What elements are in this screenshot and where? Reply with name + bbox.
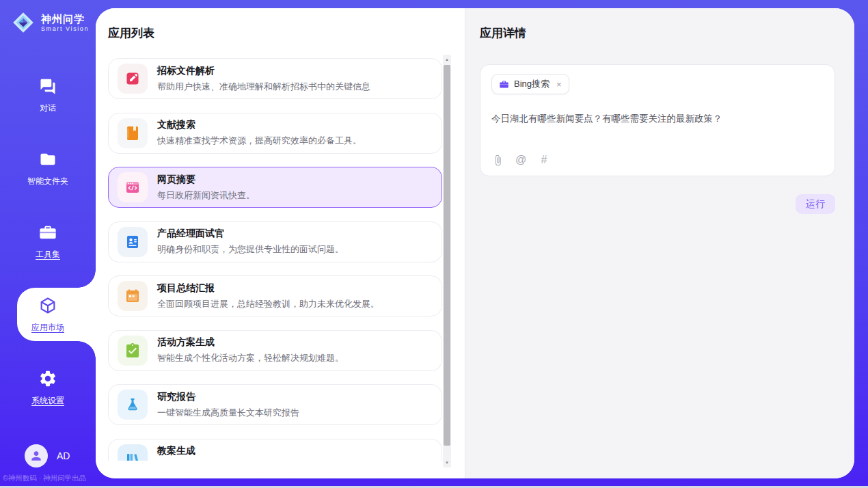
app-list-panel: 应用列表 招标文件解析帮助用户快速、准确地理解和解析招标书中的关键信息文献搜索快… xyxy=(96,8,465,478)
calendar-icon xyxy=(118,281,148,311)
pen-square-icon xyxy=(118,64,148,94)
clipboard-check-icon xyxy=(118,336,148,366)
app-card[interactable]: 产品经理面试官明确身份和职责，为您提供专业性的面试问题。 xyxy=(108,221,442,262)
app-card-description: 帮助用户快速、准确地理解和解析招标书中的关键信息 xyxy=(157,81,370,93)
app-card-text: 产品经理面试官明确身份和职责，为您提供专业性的面试问题。 xyxy=(157,228,344,256)
app-card-text: 研究报告一键智能生成高质量长文本研究报告 xyxy=(157,391,299,419)
app-card-title: 项目总结汇报 xyxy=(157,282,379,295)
sidebar-item-label: 系统设置 xyxy=(31,395,64,407)
app-card-description: 快速精准查找学术资源，提高研究效率的必备工具。 xyxy=(157,135,362,147)
sidebar-item-app-market[interactable]: 应用市场 xyxy=(0,288,96,341)
app-card-description: 一键智能生成高质量长文本研究报告 xyxy=(157,407,299,419)
app-card[interactable]: 文献搜索快速精准查找学术资源，提高研究效率的必备工具。 xyxy=(108,113,442,154)
sidebar: 神州问学 Smart Vision 对话智能文件夹工具集应用市场系统设置 AD … xyxy=(0,0,96,488)
app-card-title: 教案生成 xyxy=(157,445,335,457)
sidebar-item-toolset[interactable]: 工具集 xyxy=(0,215,96,268)
app-list: 招标文件解析帮助用户快速、准确地理解和解析招标书中的关键信息文献搜索快速精准查找… xyxy=(108,58,442,461)
app-card-text: 文献搜索快速精准查找学术资源，提高研究效率的必备工具。 xyxy=(157,119,362,147)
books-icon xyxy=(118,444,148,461)
sidebar-item-chat[interactable]: 对话 xyxy=(0,68,96,122)
app-card[interactable]: 网页摘要每日政府新闻资讯快查。 xyxy=(108,167,442,208)
user-name: AD xyxy=(57,450,70,461)
tool-tag-label: Bing搜索 xyxy=(514,78,550,90)
book-icon xyxy=(118,118,148,148)
app-card-description: 智能生成个性化活动方案，轻松解决规划难题。 xyxy=(157,352,344,364)
prompt-input[interactable]: 今日湖北有哪些新闻要点？有哪些需要关注的最新政策？ xyxy=(491,113,824,125)
app-card[interactable]: 招标文件解析帮助用户快速、准确地理解和解析招标书中的关键信息 xyxy=(108,58,442,99)
main-content: 应用列表 招标文件解析帮助用户快速、准确地理解和解析招标书中的关键信息文献搜索快… xyxy=(96,8,854,478)
resume-icon xyxy=(118,227,148,257)
app-card-title: 产品经理面试官 xyxy=(157,228,344,240)
scrollbar[interactable]: ▲ ▼ xyxy=(443,55,451,467)
mention-icon[interactable]: @ xyxy=(515,154,527,166)
app-list-title: 应用列表 xyxy=(108,26,443,41)
scroll-up-arrow-icon[interactable]: ▲ xyxy=(443,55,451,64)
flask-icon xyxy=(118,390,148,420)
brand-subtitle: Smart Vision xyxy=(41,25,89,32)
hash-icon[interactable]: # xyxy=(538,154,550,166)
sidebar-item-label: 应用市场 xyxy=(31,322,64,334)
attachment-icon[interactable] xyxy=(491,154,504,166)
app-card-title: 文献搜索 xyxy=(157,119,362,131)
app-card-description: 明确身份和职责，为您提供专业性的面试问题。 xyxy=(157,243,344,256)
app-card-title: 网页摘要 xyxy=(157,174,255,186)
app-card-description: 每日政府新闻资讯快查。 xyxy=(157,189,255,202)
sidebar-item-label: 对话 xyxy=(40,103,56,114)
brand-logo-icon xyxy=(11,10,36,35)
sidebar-item-label: 智能文件夹 xyxy=(27,176,68,187)
toolbox-icon xyxy=(38,222,58,243)
app-card-text: 教案生成模板驱动，教案秒成，教学准备从此轻松快捷 xyxy=(157,445,335,461)
app-card[interactable]: 活动方案生成智能生成个性化活动方案，轻松解决规划难题。 xyxy=(108,330,442,371)
sidebar-item-settings[interactable]: 系统设置 xyxy=(0,361,96,414)
brand-name: 神州问学 xyxy=(41,13,89,25)
sidebar-item-smart-folder[interactable]: 智能文件夹 xyxy=(0,141,96,195)
app-card[interactable]: 项目总结汇报全面回顾项目进展，总结经验教训，助力未来优化发展。 xyxy=(108,275,442,316)
app-detail-title: 应用详情 xyxy=(480,26,835,41)
app-card[interactable]: 教案生成模板驱动，教案秒成，教学准备从此轻松快捷 xyxy=(108,439,442,461)
app-card-title: 招标文件解析 xyxy=(157,65,370,77)
user-avatar-icon xyxy=(25,444,48,467)
gear-icon xyxy=(38,368,58,389)
tool-tag-bing-search[interactable]: Bing搜索 × xyxy=(491,74,569,94)
chat-icon xyxy=(38,76,58,96)
sidebar-nav: 对话智能文件夹工具集应用市场系统设置 xyxy=(0,68,96,434)
scroll-down-arrow-icon[interactable]: ▼ xyxy=(443,459,451,467)
user-chip[interactable]: AD xyxy=(25,444,70,467)
prompt-card: Bing搜索 × 今日湖北有哪些新闻要点？有哪些需要关注的最新政策？ @# xyxy=(480,64,835,176)
input-toolbar: @# xyxy=(491,154,824,166)
app-card-text: 网页摘要每日政府新闻资讯快查。 xyxy=(157,174,255,202)
app-card[interactable]: 研究报告一键智能生成高质量长文本研究报告 xyxy=(108,384,442,425)
run-button[interactable]: 运行 xyxy=(796,194,835,214)
copyright-text: ©神州数码 · 神州问学出品 xyxy=(3,474,86,483)
app-card-text: 活动方案生成智能生成个性化活动方案，轻松解决规划难题。 xyxy=(157,336,344,364)
brand: 神州问学 Smart Vision xyxy=(0,0,96,35)
browser-code-icon xyxy=(118,172,148,202)
brand-text: 神州问学 Smart Vision xyxy=(41,13,89,32)
tag-close-icon[interactable]: × xyxy=(556,80,562,89)
sidebar-item-label: 工具集 xyxy=(36,249,60,260)
app-card-text: 项目总结汇报全面回顾项目进展，总结经验教训，助力未来优化发展。 xyxy=(157,282,379,310)
folder-icon xyxy=(38,149,58,170)
scrollbar-thumb[interactable] xyxy=(444,65,450,446)
app-card-text: 招标文件解析帮助用户快速、准确地理解和解析招标书中的关键信息 xyxy=(157,65,370,93)
app-card-title: 活动方案生成 xyxy=(157,336,344,349)
app-detail-panel: 应用详情 Bing搜索 × 今日湖北有哪些新闻要点？有哪些需要关注的最新政策？ … xyxy=(465,8,854,478)
briefcase-icon xyxy=(499,79,509,90)
app-card-title: 研究报告 xyxy=(157,391,299,403)
cube-icon xyxy=(38,295,58,316)
app-card-description: 全面回顾项目进展，总结经验教训，助力未来优化发展。 xyxy=(157,298,379,310)
